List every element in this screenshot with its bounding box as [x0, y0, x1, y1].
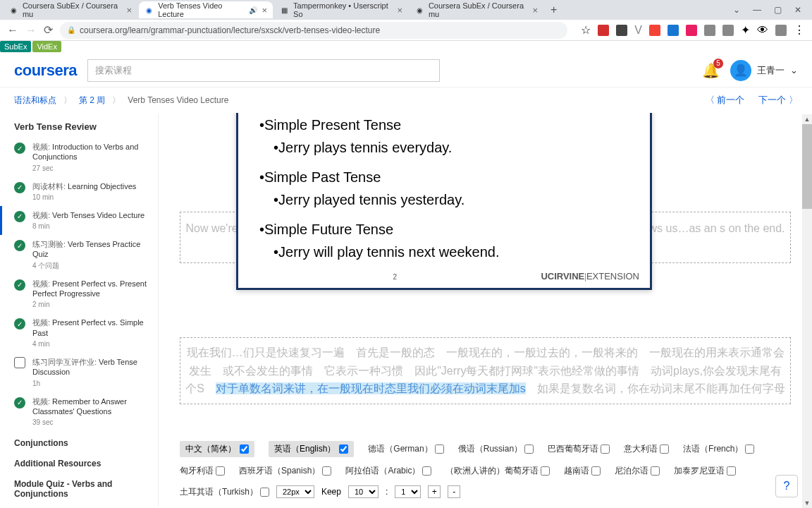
tab-1[interactable]: ◉Verb Tenses Video Lecture🔊× [139, 1, 273, 18]
sidebar[interactable]: Verb Tense Review ✓视频: Introduction to V… [0, 113, 159, 507]
close-icon[interactable]: × [126, 5, 132, 16]
lang-checkbox[interactable] [435, 445, 444, 454]
scrollbar[interactable]: ▲ ▼ [802, 114, 812, 508]
ext-icon[interactable] [616, 25, 627, 36]
sidebar-item[interactable]: ✓视频: Remember to Answer Classmates' Ques… [0, 392, 154, 432]
tab-3[interactable]: ◉Coursera SubEx / Coursera mu× [410, 1, 543, 18]
language-row-2: 匈牙利语西班牙语（Spanish）阿拉伯语（Arabic）（欧洲人讲的）葡萄牙语… [180, 465, 791, 477]
lang-option[interactable]: 法语（French） [683, 443, 754, 455]
scroll-up-icon[interactable]: ▲ [802, 114, 812, 124]
chevron-right-icon: 〉 [63, 95, 72, 107]
ext-icon[interactable]: 👁 [757, 24, 768, 37]
prev-button[interactable]: 〈 前一个 [706, 94, 745, 107]
lang-checkbox[interactable] [727, 466, 736, 476]
sidebar-section[interactable]: Module Quiz - Verbs and Conjunctions [0, 472, 154, 502]
reload-button[interactable]: ⟳ [44, 23, 53, 37]
subex-badge[interactable]: SubEx [0, 41, 31, 52]
window-close-button[interactable]: ✕ [794, 5, 801, 15]
lang-option[interactable]: 德语（German） [368, 443, 443, 455]
lang-checkbox[interactable] [660, 445, 669, 454]
ext-icon[interactable] [686, 25, 697, 36]
notifications-icon[interactable]: 🔔5 [702, 62, 720, 79]
lang-option[interactable]: 越南语 [564, 465, 601, 477]
check-icon: ✓ [14, 143, 25, 154]
minus-button[interactable]: - [448, 485, 460, 498]
sidebar-item[interactable]: ✓视频: Present Perfect vs. Simple Past4 mi… [0, 313, 154, 353]
ext-icon[interactable] [775, 25, 787, 36]
back-button[interactable]: ← [7, 24, 18, 37]
lang-checkbox[interactable] [745, 445, 754, 454]
help-button[interactable]: ? [775, 475, 798, 497]
lang-option[interactable]: 中文（简体） [180, 441, 254, 457]
lang-checkbox[interactable] [601, 445, 610, 454]
ext-icon[interactable] [649, 25, 660, 36]
lang-option[interactable]: 意大利语 [624, 443, 669, 455]
sidebar-section[interactable]: Additional Resources [0, 452, 154, 472]
keep-1-select[interactable]: 10 [348, 485, 379, 498]
lang-option[interactable]: 巴西葡萄牙语 [548, 443, 610, 455]
star-icon[interactable]: ☆ [581, 23, 591, 37]
lang-checkbox[interactable] [240, 445, 249, 454]
ext-icon[interactable] [722, 25, 734, 36]
ext-icon[interactable] [598, 25, 609, 36]
sidebar-item[interactable]: ✓视频: Verb Tenses Video Lecture8 min [0, 206, 154, 235]
language-row-1: 中文（简体）英语（English）德语（German）俄语（Russian）巴西… [180, 441, 791, 457]
lang-option[interactable]: 阿拉伯语（Arabic） [345, 465, 431, 477]
breadcrumb: 语法和标点 〉 第 2 周 〉 Verb Tenses Video Lectur… [0, 87, 812, 113]
coursera-logo[interactable]: coursera [14, 61, 77, 80]
search-input[interactable]: 搜索课程 [87, 59, 440, 82]
crumb-week[interactable]: 第 2 周 [79, 95, 105, 107]
minimize-button[interactable]: — [753, 5, 761, 15]
lang-option[interactable]: 尼泊尔语 [615, 465, 660, 477]
sidebar-item[interactable]: ✓视频: Present Perfect vs. Present Perfect… [0, 274, 154, 314]
tab-0[interactable]: ◉Coursera SubEx / Coursera mu× [4, 1, 137, 18]
lang-checkbox[interactable] [541, 466, 550, 476]
lang-checkbox[interactable] [651, 466, 660, 476]
keep-2-select[interactable]: 1 [395, 485, 421, 498]
user-name: 王青一 [757, 64, 785, 77]
close-icon[interactable]: × [262, 5, 267, 16]
url-input[interactable]: 🔒 coursera.org/learn/grammar-punctuation… [60, 22, 567, 39]
videx-badge[interactable]: VidEx [32, 41, 61, 52]
scroll-thumb[interactable] [802, 124, 812, 209]
sidebar-item[interactable]: 练习同学互评作业: Verb Tense Discussion1h [0, 353, 154, 392]
next-button[interactable]: 下一个 〉 [758, 94, 798, 107]
crumb-course[interactable]: 语法和标点 [14, 95, 56, 107]
sidebar-item[interactable]: ✓视频: Introduction to Verbs and Conjuncti… [0, 138, 154, 177]
ext-icon[interactable] [668, 25, 679, 36]
lang-checkbox[interactable] [322, 466, 331, 476]
lang-option[interactable]: 英语（English） [269, 441, 354, 457]
lang-option[interactable]: 匈牙利语 [180, 465, 225, 477]
lang-checkbox[interactable] [591, 466, 601, 476]
sidebar-item[interactable]: ✓阅读材料: Learning Objectives10 min [0, 177, 154, 206]
lang-option[interactable]: （欧洲人讲的）葡萄牙语 [445, 465, 550, 477]
check-icon: ✓ [14, 182, 25, 193]
ext-icon[interactable] [704, 25, 715, 36]
extensions-icon[interactable]: ✦ [741, 23, 750, 37]
transcript-chinese[interactable]: 现在我们…们只是快速复习一遍 首先是一般的态 一般现在的，一般过去的，一般将来的… [180, 337, 791, 404]
new-tab-button[interactable]: + [545, 4, 562, 16]
lang-checkbox[interactable] [216, 466, 225, 476]
close-icon[interactable]: × [397, 5, 402, 16]
lang-checkbox[interactable] [339, 445, 348, 454]
chevron-down-icon[interactable]: ⌄ [733, 5, 740, 15]
close-icon[interactable]: × [532, 5, 538, 16]
maximize-button[interactable]: ▢ [774, 5, 782, 15]
user-menu[interactable]: 👤 王青一 ⌄ [730, 60, 798, 81]
sidebar-section[interactable]: Conjunctions [0, 431, 154, 452]
lang-option[interactable]: 西班牙语（Spanish） [239, 465, 331, 477]
scroll-down-icon[interactable]: ▼ [802, 498, 812, 508]
video-slide[interactable]: Simple Tenses •Simple Present Tense •Jer… [236, 113, 652, 290]
lang-option[interactable]: 俄语（Russian） [458, 443, 534, 455]
plus-button[interactable]: + [428, 485, 441, 498]
tab-2[interactable]: ▦Tampermonkey • Userscript So× [274, 1, 408, 18]
lang-checkbox[interactable] [422, 466, 431, 476]
forward-button[interactable]: → [25, 24, 37, 37]
sidebar-item[interactable]: ✓练习测验: Verb Tenses Practice Quiz4 个问题 [0, 235, 154, 274]
ext-icon[interactable]: V [634, 24, 642, 37]
lang-checkbox[interactable] [260, 488, 269, 497]
font-size-select[interactable]: 22px [276, 485, 314, 498]
menu-icon[interactable]: ⋮ [794, 23, 805, 37]
lang-option[interactable]: 加泰罗尼亚语 [674, 465, 736, 477]
lang-checkbox[interactable] [524, 445, 534, 454]
